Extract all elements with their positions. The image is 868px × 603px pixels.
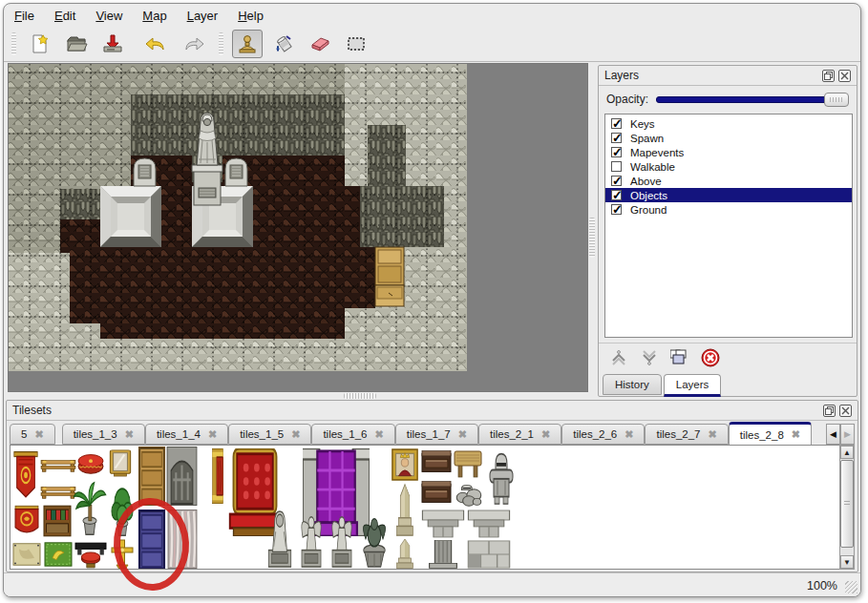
tileset-tab-tiles_1_3[interactable]: tiles_1_3✖ — [62, 424, 145, 445]
tile-loom[interactable] — [40, 453, 76, 476]
menu-edit[interactable]: Edit — [54, 9, 75, 23]
splitter-vertical-grip[interactable] — [589, 218, 595, 258]
tile-red-pouf[interactable] — [75, 448, 106, 477]
tileset-scrollbar[interactable]: ▲ ▼ — [839, 445, 855, 570]
tile-parchment[interactable] — [11, 540, 42, 569]
raise-layer-button[interactable] — [608, 347, 629, 368]
map-viewport[interactable] — [8, 63, 588, 392]
layer-row-walkable[interactable]: Walkable — [605, 159, 852, 174]
tileset-tab-tiles_1_4[interactable]: tiles_1_4✖ — [145, 424, 228, 445]
close-tab-icon[interactable]: ✖ — [625, 428, 633, 441]
splitter-horizontal-grip[interactable] — [344, 393, 376, 399]
tile-obelisk[interactable] — [391, 538, 419, 569]
layer-checkbox[interactable] — [611, 161, 622, 172]
layer-row-above[interactable]: Above — [605, 174, 852, 188]
tileset-tab-tiles_2_1[interactable]: tiles_2_1✖ — [478, 424, 561, 445]
close-tab-icon[interactable]: ✖ — [374, 428, 383, 441]
close-tab-icon[interactable]: ✖ — [208, 428, 217, 441]
close-tab-icon[interactable]: ✖ — [34, 428, 43, 441]
tabs-scroll-left-button[interactable]: ◀ — [826, 424, 840, 445]
layer-row-keys[interactable]: Keys — [605, 116, 852, 131]
close-tab-icon[interactable]: ✖ — [291, 428, 300, 441]
tileset-tab-tiles_2_7[interactable]: tiles_2_7✖ — [645, 424, 728, 445]
opacity-slider-handle[interactable] — [824, 93, 849, 107]
layer-checkbox[interactable] — [611, 147, 622, 157]
tile-bookshelf[interactable] — [42, 504, 73, 538]
tileset-tab-tiles_1_6[interactable]: tiles_1_6✖ — [311, 424, 394, 445]
menu-help[interactable]: Help — [238, 9, 264, 23]
tile-brown-shelf[interactable] — [421, 479, 452, 506]
layer-checkbox[interactable] — [611, 190, 622, 200]
layer-row-objects[interactable]: Objects — [605, 188, 852, 202]
tile-green-flag[interactable] — [43, 540, 74, 569]
layer-row-spawn[interactable]: Spawn — [605, 131, 852, 145]
tile-brown-shelf[interactable] — [421, 448, 452, 475]
tile-gargoyle-pot[interactable] — [357, 509, 392, 569]
tabs-scroll-right-button[interactable]: ▶ — [840, 424, 855, 445]
tile-palm-plant[interactable] — [72, 481, 108, 536]
eraser-tool-button[interactable] — [305, 30, 335, 58]
menu-map[interactable]: Map — [142, 9, 166, 23]
tile-stone-gate[interactable] — [166, 447, 198, 506]
tile-dragon-banner[interactable] — [11, 504, 42, 538]
tile-gold-column[interactable] — [209, 448, 226, 504]
tile-knight-armor[interactable] — [486, 448, 517, 506]
layer-checkbox[interactable] — [611, 118, 622, 129]
lower-layer-button[interactable] — [639, 347, 660, 368]
scroll-up-button[interactable]: ▲ — [840, 446, 854, 459]
fill-tool-button[interactable] — [268, 30, 299, 58]
stamp-tool-button[interactable] — [232, 30, 263, 58]
tile-obelisk[interactable] — [391, 483, 419, 536]
close-tab-icon[interactable]: ✖ — [458, 428, 467, 441]
tile-robed-statue[interactable] — [264, 509, 296, 569]
scrollbar-thumb[interactable] — [840, 460, 854, 548]
menu-file[interactable]: File — [14, 9, 34, 23]
tileset-tab-tiles_1_5[interactable]: tiles_1_5✖ — [228, 424, 311, 445]
opacity-slider[interactable] — [656, 92, 849, 107]
tileset-tab-tiles_2_6[interactable]: tiles_2_6✖ — [561, 424, 645, 445]
new-file-button[interactable] — [25, 30, 55, 58]
tile-wood-sign[interactable] — [453, 448, 483, 479]
tile-pillar-cap[interactable] — [421, 508, 465, 538]
tab-layers[interactable]: Layers — [664, 374, 722, 397]
select-tool-button[interactable] — [341, 30, 371, 58]
tab-history[interactable]: History — [603, 374, 662, 395]
toolbar-grip[interactable] — [11, 32, 16, 55]
layer-row-mapevents[interactable]: Mapevents — [605, 145, 852, 159]
tile-mirror[interactable] — [104, 448, 137, 477]
scroll-down-button[interactable]: ▼ — [840, 555, 854, 569]
tileset-tab-5[interactable]: 5✖ — [10, 424, 55, 445]
tileset-tab-tiles_1_7[interactable]: tiles_1_7✖ — [395, 424, 478, 445]
close-panel-button[interactable] — [838, 70, 851, 82]
toolbar-grip-2[interactable] — [219, 32, 223, 55]
undo-button[interactable] — [141, 30, 172, 58]
close-tab-icon[interactable]: ✖ — [541, 428, 550, 441]
float-panel-button[interactable] — [822, 70, 835, 82]
duplicate-layer-button[interactable] — [669, 347, 690, 368]
tile-table-stool[interactable] — [74, 537, 107, 569]
map-canvas[interactable] — [9, 64, 467, 371]
tile-stone-blocks[interactable] — [467, 540, 511, 569]
redo-button[interactable] — [178, 30, 208, 58]
tile-armor-pile[interactable] — [453, 481, 485, 508]
tile-angel-statue[interactable] — [296, 509, 327, 569]
tile-king-portrait[interactable] — [391, 448, 419, 481]
layer-checkbox[interactable] — [611, 204, 622, 215]
save-button[interactable] — [97, 30, 128, 58]
menu-view[interactable]: View — [95, 9, 122, 23]
layer-checkbox[interactable] — [611, 176, 622, 186]
layer-checkbox[interactable] — [611, 133, 622, 143]
tile-angel-statue[interactable] — [327, 509, 357, 569]
open-button[interactable] — [61, 30, 92, 58]
opacity-slider-track[interactable] — [656, 96, 847, 103]
resize-grip[interactable] — [845, 581, 857, 593]
float-tilesets-button[interactable] — [823, 405, 836, 417]
layer-row-ground[interactable]: Ground — [605, 202, 852, 217]
delete-layer-button[interactable] — [700, 347, 721, 368]
close-tilesets-button[interactable] — [839, 405, 852, 417]
tile-pillar-shaft[interactable] — [421, 540, 465, 569]
tile-pillar-cap[interactable] — [467, 508, 511, 538]
tile-red-banner[interactable] — [11, 450, 40, 500]
tileset-tab-tiles_2_8[interactable]: tiles_2_8✖ — [729, 422, 812, 445]
close-tab-icon[interactable]: ✖ — [792, 428, 800, 441]
